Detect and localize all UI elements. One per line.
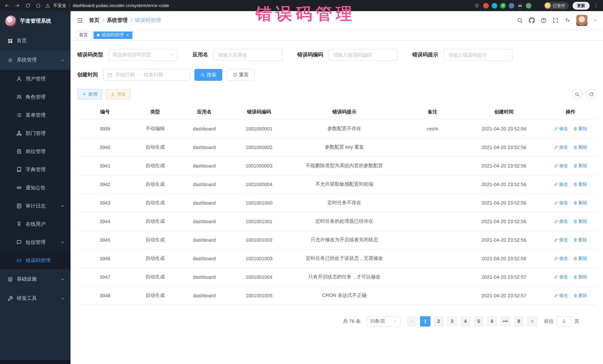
edit-link[interactable]: 修改 [554, 200, 568, 206]
extension-puzzle-icon[interactable] [534, 3, 540, 8]
page-more-button[interactable]: ••• [500, 316, 510, 326]
edit-link[interactable]: 修改 [554, 274, 568, 280]
sidebar-item-dict[interactable]: 字典管理 [0, 161, 70, 179]
error-code-table: 编号类型应用名错误码编码错误码提示备注创建时间操作 3939手动编辑dashbo… [77, 105, 596, 305]
error-type-select[interactable]: 请选择错误码类型 [108, 49, 178, 61]
page-size-select[interactable]: 10条/页 [367, 316, 401, 326]
chevron-down-icon[interactable] [593, 19, 597, 22]
cell-code: 1001000003 [231, 156, 287, 175]
breadcrumb-item[interactable]: 首页 [89, 17, 99, 24]
error-code-input[interactable] [328, 49, 397, 61]
sidebar-item-system[interactable]: 系统管理 [0, 50, 70, 70]
export-button[interactable]: 导出 [106, 89, 131, 99]
hamburger-icon[interactable] [76, 17, 83, 24]
tag-错误码管理[interactable]: 错误码管理× [93, 31, 132, 39]
add-button[interactable]: 新增 [77, 89, 102, 99]
breadcrumb-item[interactable]: 系统管理 [107, 17, 128, 24]
app-name-input[interactable] [213, 49, 282, 61]
vue-devtools-icon[interactable]: V [500, 3, 506, 8]
cell-created: 2021-04-20 23:52:57 [463, 286, 545, 305]
sidebar-item-audit-log[interactable]: 审计日志 [0, 197, 70, 215]
delete-link[interactable]: 删除 [573, 218, 587, 224]
sidebar-item-online-user[interactable]: 在线用户 [0, 215, 70, 233]
chevron-down-icon [169, 53, 174, 57]
cell-type: 自动生成 [133, 138, 177, 156]
goto-page-input[interactable] [557, 316, 571, 326]
more-menu-icon[interactable] [593, 3, 599, 8]
delete-link[interactable]: 删除 [573, 237, 587, 243]
extension-on-badge-icon[interactable]: on [517, 3, 523, 8]
search-button[interactable]: 搜索 [195, 69, 222, 81]
help-icon[interactable] [541, 17, 547, 23]
edit-link[interactable]: 修改 [554, 163, 568, 169]
edit-link[interactable]: 修改 [554, 218, 568, 224]
prev-page-button[interactable] [407, 316, 417, 326]
delete-link[interactable]: 删除 [573, 144, 587, 150]
sidebar-item-notice[interactable]: 通知公告 [0, 179, 70, 197]
browser-reload-icon[interactable] [25, 3, 30, 8]
app-logo[interactable]: 芋道管理系统 [0, 11, 70, 31]
chevron-left-icon [410, 319, 414, 323]
sidebar-item-infra[interactable]: 基础设施 [0, 269, 70, 289]
cell-id: 3948 [77, 286, 133, 305]
edit-link[interactable]: 修改 [554, 125, 568, 132]
page-button-1[interactable]: 1 [420, 316, 430, 326]
delete-link[interactable]: 删除 [573, 181, 587, 187]
delete-link[interactable]: 删除 [573, 125, 587, 132]
search-icon[interactable] [517, 17, 523, 23]
cell-actions: 修改删除 [545, 194, 596, 212]
edit-icon [554, 145, 558, 149]
extension-red-icon[interactable] [483, 3, 489, 8]
edit-link-label: 修改 [559, 274, 568, 280]
page-button-6[interactable]: 6 [487, 316, 497, 326]
page-button-2[interactable]: 2 [433, 316, 444, 326]
sidebar-item-label: 系统管理 [17, 57, 63, 63]
page-button-8[interactable]: 8 [514, 316, 524, 326]
create-time-range-picker[interactable]: 开始日期 - 结束日期 [103, 69, 190, 81]
fullscreen-icon[interactable] [553, 17, 558, 23]
refresh-table-button[interactable] [586, 89, 596, 99]
browser-home-icon[interactable] [36, 3, 41, 8]
edit-link[interactable]: 修改 [554, 237, 568, 243]
sidebar-item-error-code[interactable]: 错误码管理 [0, 251, 70, 269]
bookmark-star-icon[interactable] [474, 3, 479, 8]
browser-forward-icon[interactable] [15, 3, 20, 8]
cell-remark [402, 194, 463, 212]
delete-link-label: 删除 [578, 144, 587, 150]
sidebar-item-sms[interactable]: 短信管理 [0, 233, 70, 251]
delete-link[interactable]: 删除 [573, 292, 587, 298]
sidebar-item-devtools[interactable]: 研发工具 [0, 289, 70, 308]
extension-blue-icon[interactable] [509, 3, 514, 8]
sidebar-item-role[interactable]: 角色管理 [0, 88, 70, 106]
user-avatar[interactable] [576, 15, 587, 26]
toggle-search-button[interactable] [572, 89, 582, 99]
tag-close-icon[interactable]: × [126, 33, 129, 37]
edit-link[interactable]: 修改 [554, 144, 568, 150]
sidebar-item-home[interactable]: 首页 [0, 31, 70, 50]
edit-link[interactable]: 修改 [554, 255, 568, 262]
font-size-icon[interactable] [564, 17, 570, 23]
next-page-button[interactable] [527, 316, 537, 326]
sidebar-item-user[interactable]: 用户管理 [0, 70, 70, 88]
delete-link[interactable]: 删除 [573, 200, 587, 206]
update-button[interactable]: 更新 [573, 2, 590, 10]
page-button-3[interactable]: 3 [447, 316, 457, 326]
page-button-5[interactable]: 5 [474, 316, 484, 326]
sidebar-item-menu[interactable]: 菜单管理 [0, 106, 70, 124]
reset-button[interactable]: 重置 [227, 69, 255, 81]
delete-link[interactable]: 删除 [573, 274, 587, 280]
delete-link[interactable]: 删除 [573, 163, 587, 169]
edit-link[interactable]: 修改 [554, 292, 568, 298]
delete-link[interactable]: 删除 [573, 255, 587, 262]
page-button-4[interactable]: 4 [460, 316, 471, 326]
edit-link[interactable]: 修改 [554, 181, 568, 187]
sidebar-item-dept[interactable]: 部门管理 [0, 124, 70, 142]
browser-back-icon[interactable] [4, 3, 10, 8]
profile-chip[interactable]: 已暂停 [544, 2, 569, 9]
error-message-input[interactable] [443, 49, 512, 61]
extension-green-icon[interactable] [526, 3, 531, 8]
tag-首页[interactable]: 首页 [76, 31, 91, 39]
extension-teal-icon[interactable] [492, 3, 497, 8]
sidebar-item-post[interactable]: 岗位管理 [0, 142, 70, 161]
github-icon[interactable] [529, 17, 535, 23]
